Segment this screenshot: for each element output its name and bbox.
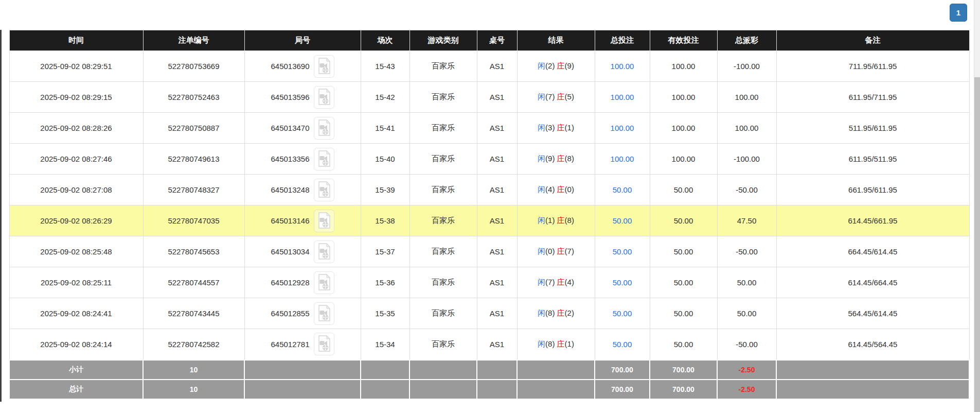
cell-table-number: AS1 bbox=[477, 113, 517, 144]
header-cell-remark: 备注 bbox=[776, 30, 969, 51]
video-replay-button[interactable] bbox=[314, 210, 334, 232]
subtotal-empty-cell bbox=[409, 360, 477, 380]
player-label: 闲 bbox=[538, 92, 545, 101]
cell-session: 15-36 bbox=[361, 267, 409, 298]
total-bet-link[interactable]: 50.00 bbox=[613, 309, 632, 318]
total-bet-link[interactable]: 50.00 bbox=[613, 340, 632, 349]
cell-payout: -50.00 bbox=[717, 329, 776, 360]
total-count: 10 bbox=[143, 380, 244, 399]
cell-table-number: AS1 bbox=[477, 267, 517, 298]
subtotal-payout: -2.50 bbox=[717, 360, 776, 380]
total-bet-link[interactable]: 50.00 bbox=[613, 185, 632, 194]
video-replay-button[interactable] bbox=[314, 55, 334, 78]
cell-total-bet: 100.00 bbox=[595, 82, 650, 113]
cell-valid-bet: 50.00 bbox=[650, 205, 717, 236]
cell-result: 闲(1) 庄(8) bbox=[517, 205, 595, 236]
cell-total-bet: 50.00 bbox=[595, 205, 650, 236]
cell-remark: 711.95/611.95 bbox=[776, 51, 969, 82]
video-replay-button[interactable] bbox=[314, 117, 334, 140]
player-score: (2) bbox=[545, 61, 557, 70]
total-payout: -2.50 bbox=[717, 380, 776, 399]
video-replay-button[interactable] bbox=[314, 241, 334, 263]
round-number-text: 645013470 bbox=[271, 124, 309, 132]
cell-total-bet: 50.00 bbox=[595, 236, 650, 267]
pagination-page-1-button[interactable]: 1 bbox=[950, 4, 967, 22]
player-label: 闲 bbox=[538, 339, 545, 348]
cell-bet-number: 522780750887 bbox=[143, 113, 244, 144]
table-row: 2025-09-02 08:24:14522780742582645012781… bbox=[9, 329, 969, 360]
cell-remark: 614.45/564.45 bbox=[776, 329, 969, 360]
player-score: (7) bbox=[545, 278, 557, 286]
cell-table-number: AS1 bbox=[477, 205, 517, 236]
cell-remark: 614.45/664.45 bbox=[776, 267, 969, 298]
total-bet-link[interactable]: 50.00 bbox=[613, 216, 632, 225]
subtotal-empty-cell bbox=[477, 360, 517, 380]
banker-score: (7) bbox=[565, 247, 574, 255]
total-empty-cell bbox=[776, 380, 969, 399]
pagination: 1 bbox=[950, 4, 967, 22]
cell-remark: 511.95/611.95 bbox=[776, 113, 969, 144]
player-label: 闲 bbox=[538, 185, 545, 194]
subtotal-row: 小计10700.00700.00-2.50 bbox=[9, 360, 969, 380]
video-replay-button[interactable] bbox=[314, 179, 334, 201]
round-number-text: 645012781 bbox=[271, 340, 309, 349]
cell-round-number: 645012781 bbox=[244, 329, 361, 360]
player-label: 闲 bbox=[538, 123, 545, 132]
total-bet-link[interactable]: 100.00 bbox=[611, 93, 634, 101]
banker-label: 庄 bbox=[557, 123, 565, 132]
cell-game-type: 百家乐 bbox=[409, 298, 477, 329]
player-label: 闲 bbox=[538, 278, 545, 286]
total-bet-link[interactable]: 50.00 bbox=[613, 247, 632, 256]
cell-valid-bet: 50.00 bbox=[650, 267, 717, 298]
banker-score: (0) bbox=[565, 185, 574, 194]
total-bet-link[interactable]: 100.00 bbox=[611, 124, 634, 132]
player-label: 闲 bbox=[538, 154, 545, 163]
cell-bet-number: 522780753669 bbox=[143, 51, 244, 82]
total-bet-link[interactable]: 100.00 bbox=[611, 154, 634, 163]
cell-total-bet: 100.00 bbox=[595, 113, 650, 144]
cell-total-bet: 50.00 bbox=[595, 175, 650, 205]
cell-table-number: AS1 bbox=[477, 144, 517, 175]
video-replay-button[interactable] bbox=[314, 148, 334, 170]
cell-result: 闲(7) 庄(4) bbox=[517, 267, 595, 298]
cell-valid-bet: 50.00 bbox=[650, 329, 717, 360]
cell-remark: 611.95/511.95 bbox=[776, 144, 969, 175]
header-cell-valid-bet: 有效投注 bbox=[650, 30, 717, 51]
subtotal-empty-cell bbox=[776, 360, 969, 380]
cell-game-type: 百家乐 bbox=[409, 113, 477, 144]
cell-session: 15-43 bbox=[361, 51, 409, 82]
cell-time: 2025-09-02 08:26:29 bbox=[9, 205, 143, 236]
cell-bet-number: 522780744557 bbox=[143, 267, 244, 298]
vertical-scrollbar[interactable] bbox=[974, 0, 980, 412]
cell-round-number: 645013034 bbox=[244, 236, 361, 267]
video-replay-icon bbox=[317, 58, 331, 74]
banker-label: 庄 bbox=[557, 92, 565, 101]
cell-game-type: 百家乐 bbox=[409, 267, 477, 298]
video-replay-icon bbox=[317, 305, 331, 321]
cell-game-type: 百家乐 bbox=[409, 144, 477, 175]
cell-valid-bet: 50.00 bbox=[650, 236, 717, 267]
header-cell-payout: 总派彩 bbox=[717, 30, 776, 51]
total-bet-link[interactable]: 100.00 bbox=[611, 62, 634, 71]
scrollbar-thumb[interactable] bbox=[974, 77, 980, 412]
cell-time: 2025-09-02 08:29:51 bbox=[9, 51, 143, 82]
round-number-text: 645012928 bbox=[271, 278, 309, 287]
banker-label: 庄 bbox=[557, 308, 565, 317]
banker-score: (5) bbox=[565, 92, 574, 101]
total-total-bet: 700.00 bbox=[595, 380, 650, 399]
cell-session: 15-40 bbox=[361, 144, 409, 175]
cell-time: 2025-09-02 08:28:26 bbox=[9, 113, 143, 144]
banker-score: (4) bbox=[565, 278, 574, 286]
table-row: 2025-09-02 08:29:51522780753669645013690… bbox=[9, 51, 969, 82]
video-replay-button[interactable] bbox=[314, 271, 334, 294]
total-bet-link[interactable]: 50.00 bbox=[613, 278, 632, 287]
video-replay-button[interactable] bbox=[314, 86, 334, 109]
cell-total-bet: 50.00 bbox=[595, 329, 650, 360]
cell-result: 闲(2) 庄(9) bbox=[517, 51, 595, 82]
banker-label: 庄 bbox=[557, 61, 565, 70]
cell-payout: -100.00 bbox=[717, 51, 776, 82]
cell-payout: 50.00 bbox=[717, 298, 776, 329]
video-replay-button[interactable] bbox=[314, 302, 334, 325]
bet-records-table: 时间注单编号局号场次游戏类别桌号结果总投注有效投注总派彩备注 2025-09-0… bbox=[9, 30, 970, 400]
video-replay-button[interactable] bbox=[314, 333, 334, 355]
